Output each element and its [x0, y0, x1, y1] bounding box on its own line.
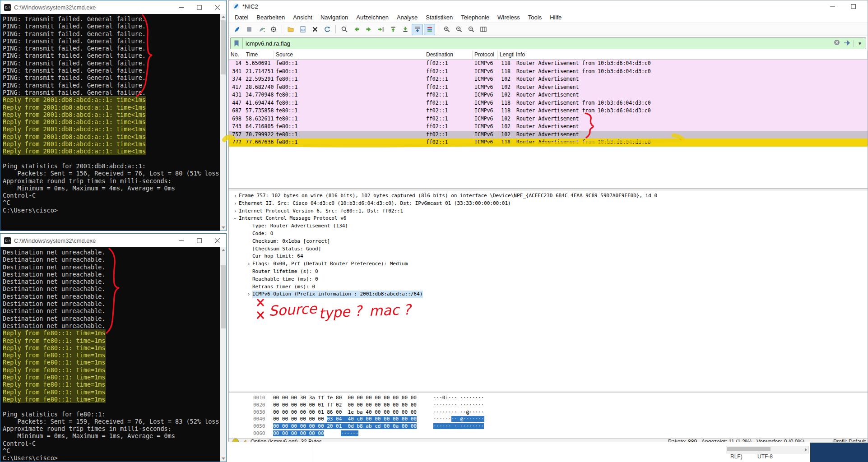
packet-row[interactable]: 687 57.735858 fe80::1 ff02::1 ICMPv6 118…	[229, 107, 868, 115]
column-header[interactable]: Length	[498, 51, 514, 59]
detail-line[interactable]: Code: 0	[230, 230, 868, 238]
column-header[interactable]: Time	[244, 51, 274, 59]
clear-filter-icon[interactable]	[834, 39, 840, 47]
hex-line[interactable]: 0020 00 00 00 00 00 01 ff 02 00 00 00 00…	[253, 402, 868, 409]
restart-capture-icon[interactable]	[255, 24, 267, 35]
minimize-button[interactable]	[823, 0, 842, 12]
stop-capture-icon[interactable]	[243, 24, 255, 35]
detail-line[interactable]: Frame 757: 102 bytes on wire (816 bits),…	[230, 192, 868, 200]
cmd-bottom-scrollbar[interactable]	[220, 247, 226, 462]
open-file-icon[interactable]	[285, 24, 296, 35]
go-forward-icon[interactable]	[363, 24, 374, 35]
close-button[interactable]	[208, 234, 226, 247]
detail-line[interactable]: Checksum: 0x1eba [correct]	[230, 238, 868, 245]
packet-row[interactable]: 772 77.667636 fe80::1 ff02::1 ICMPv6 118…	[229, 139, 868, 147]
go-first-icon[interactable]	[387, 24, 399, 35]
scroll-down-icon[interactable]	[222, 226, 225, 229]
menu-item[interactable]: Bearbeiten	[252, 13, 289, 22]
go-to-packet-icon[interactable]	[375, 24, 386, 35]
hex-line[interactable]: 0060 00 00 00 00 00 00 ······	[253, 430, 868, 437]
wireshark-titlebar[interactable]: *NIC2	[229, 0, 868, 12]
menu-item[interactable]: Hilfe	[546, 13, 566, 22]
packet-row[interactable]: 374 22.595291 fe80::1 ff02::1 ICMPv6 102…	[229, 75, 868, 83]
column-header[interactable]: Destination	[424, 51, 473, 59]
minimize-button[interactable]	[172, 234, 190, 247]
maximize-button[interactable]	[190, 0, 208, 14]
colorize-icon[interactable]	[424, 24, 435, 35]
detail-line[interactable]: Reachable time (ms): 0	[230, 276, 868, 283]
cmd-window-top-titlebar[interactable]: C:\ C:\Windows\system32\cmd.exe	[0, 0, 226, 14]
scroll-down-icon[interactable]	[222, 457, 225, 460]
packet-row[interactable]: 14 5.650691 fe80::1 ff02::1 ICMPv6 118 R…	[229, 60, 868, 68]
detail-line[interactable]: Retrans timer (ms): 0	[230, 283, 868, 291]
menu-item[interactable]: Wireless	[493, 13, 524, 22]
go-back-icon[interactable]	[351, 24, 362, 35]
capture-options-icon[interactable]	[268, 24, 279, 35]
auto-scroll-icon[interactable]	[412, 24, 423, 35]
expand-chevron-icon[interactable]	[245, 291, 252, 298]
column-header[interactable]: Info	[514, 51, 868, 59]
menu-item[interactable]: Datei	[231, 13, 252, 22]
find-packet-icon[interactable]	[339, 24, 350, 35]
packet-row[interactable]: 341 21.714751 fe80::1 ff02::1 ICMPv6 118…	[229, 68, 868, 76]
close-button[interactable]	[208, 0, 226, 14]
hex-line[interactable]: 0030 00 00 00 00 00 01 86 00 1e ba 40 00…	[253, 409, 868, 416]
packet-row[interactable]: 447 41.694744 fe80::1 ff02::1 ICMPv6 118…	[229, 99, 868, 107]
zoom-reset-icon[interactable]	[465, 24, 477, 35]
menu-item[interactable]: Telephonie	[457, 13, 493, 22]
filter-bookmark-icon[interactable]	[231, 38, 243, 49]
minimize-button[interactable]	[172, 0, 190, 14]
zoom-out-icon[interactable]	[453, 24, 464, 35]
detail-line[interactable]: Ethernet II, Src: Cisco_04:d3:c0 (10:b3:…	[230, 200, 868, 208]
scroll-up-icon[interactable]	[222, 249, 225, 251]
start-capture-icon[interactable]	[231, 24, 242, 35]
background-horizontal-scrollbar[interactable]	[726, 446, 809, 453]
detail-line[interactable]: ICMPv6 Option (Prefix information : 2001…	[230, 291, 868, 298]
menu-item[interactable]: Navigation	[316, 13, 352, 22]
column-header[interactable]: Protocol	[473, 51, 498, 59]
menu-item[interactable]: Tools	[524, 13, 546, 22]
packet-row[interactable]: 757 70.799922 fe80::1 ff02::1 ICMPv6 102…	[229, 131, 868, 139]
maximize-button[interactable]	[190, 234, 208, 247]
display-filter-input[interactable]: icmpv6.nd.ra.flag	[243, 40, 834, 47]
detail-line[interactable]: Internet Protocol Version 6, Src: fe80::…	[230, 208, 868, 215]
packet-row[interactable]: 743 64.716805 fe80::1 ff02::1 ICMPv6 102…	[229, 123, 868, 131]
packet-row[interactable]: 417 28.682740 fe80::1 ff02::1 ICMPv6 102…	[229, 83, 868, 92]
detail-line[interactable]: Internet Control Message Protocol v6	[230, 215, 868, 222]
expand-chevron-icon[interactable]	[232, 200, 239, 208]
menu-item[interactable]: Analyse	[393, 13, 422, 22]
expand-chevron-icon[interactable]	[232, 208, 239, 215]
menu-item[interactable]: Ansicht	[289, 13, 316, 22]
close-file-icon[interactable]	[309, 24, 320, 35]
apply-filter-icon[interactable]	[844, 39, 850, 47]
filter-expression-dropdown-icon[interactable]: ▼	[854, 40, 863, 47]
save-file-icon[interactable]: 010	[297, 24, 308, 35]
terminal-line: Destination net unreachable.	[3, 263, 220, 271]
detail-line[interactable]: [Checksum Status: Good]	[230, 245, 868, 253]
hex-line[interactable]: 0040 00 00 00 00 00 00 03 04 40 c0 00 00…	[253, 416, 868, 423]
hex-line[interactable]: 0010 00 00 00 30 3a ff fe 80 00 00 00 00…	[253, 394, 868, 402]
detail-line[interactable]: Cur hop limit: 64	[230, 253, 868, 260]
expand-chevron-icon[interactable]	[245, 260, 252, 268]
cmd-top-scrollbar[interactable]	[220, 14, 226, 231]
detail-line[interactable]: Flags: 0x00, Prf (Default Router Prefere…	[230, 260, 868, 268]
menu-item[interactable]: Aufzeichnen	[352, 13, 393, 22]
expand-chevron-icon[interactable]	[232, 192, 239, 200]
column-header[interactable]: No.	[229, 51, 244, 59]
packet-row[interactable]: 431 34.770948 fe80::1 ff02::1 ICMPv6 102…	[229, 91, 868, 99]
zoom-in-icon[interactable]	[441, 24, 452, 35]
packet-row[interactable]: 698 58.632611 fe80::1 ff02::1 ICMPv6 102…	[229, 115, 868, 123]
column-header[interactable]: Source	[274, 51, 424, 59]
reload-icon[interactable]	[321, 24, 333, 35]
expand-chevron-icon[interactable]	[232, 215, 239, 222]
hex-line[interactable]: 0050 00 00 00 00 00 00 20 01 0d b8 ab cd…	[253, 423, 868, 430]
detail-line[interactable]: Type: Router Advertisement (134)	[230, 222, 868, 230]
go-last-icon[interactable]	[399, 24, 411, 35]
scroll-up-icon[interactable]	[222, 16, 225, 18]
detail-line[interactable]: Router lifetime (s): 0	[230, 268, 868, 276]
cmd-window-bottom-titlebar[interactable]: C:\ C:\Windows\system32\cmd.exe	[0, 234, 226, 247]
menu-item[interactable]: Statistiken	[422, 13, 457, 22]
scroll-right-icon[interactable]	[805, 448, 807, 452]
maximize-button[interactable]	[844, 0, 863, 12]
resize-columns-icon[interactable]	[478, 24, 489, 35]
